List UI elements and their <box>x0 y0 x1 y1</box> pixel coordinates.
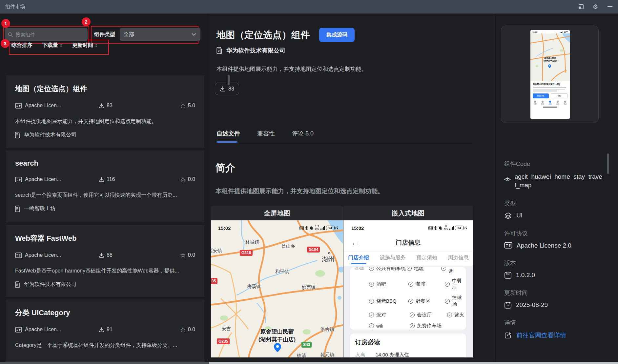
license-icon <box>504 242 512 249</box>
version-value: 1.0.2.0 <box>516 272 535 279</box>
details-label: 详情 <box>504 319 608 327</box>
component-type-label: 组件类型 <box>94 31 115 38</box>
check-icon <box>408 299 413 304</box>
layout-panel-icon[interactable] <box>578 4 584 10</box>
calendar-icon <box>504 301 512 309</box>
integrate-source-button[interactable]: 集成源码 <box>319 28 355 42</box>
download-count-badge: 83 <box>215 83 239 95</box>
license-icon <box>15 103 22 109</box>
download-icon <box>99 177 104 182</box>
detail-downloads: 83 <box>228 86 234 92</box>
map-label: 吕山乡 <box>281 243 295 249</box>
phone-status-bar: 15:02 1.2 K/s 84 <box>218 224 339 232</box>
column-header-embedded-map: 嵌入式地图 <box>343 206 473 220</box>
card-publisher: 华为软件技术有限公司 <box>24 131 76 138</box>
map-label: 和平镇 <box>275 269 289 275</box>
component-type-select[interactable]: 全部 <box>120 28 200 41</box>
title-bar: 组件市场 <box>0 0 618 14</box>
scrollbar-thumb[interactable] <box>228 75 230 85</box>
check-icon <box>408 282 413 287</box>
tab-divider <box>216 142 472 142</box>
official-site-link[interactable]: 前往官网查看详情 <box>504 331 608 340</box>
list-item-uicategory[interactable]: 分类 UICategory Apache Licen... 91 0.0 Cat… <box>6 299 204 364</box>
license-value: Apache License 2.0 <box>517 242 571 249</box>
check-icon <box>410 323 415 328</box>
card-license: Apache Licen... <box>25 176 61 182</box>
download-icon <box>99 253 104 258</box>
card-title: search <box>15 159 195 168</box>
license-icon <box>15 327 22 333</box>
star-icon <box>180 102 186 110</box>
bluetooth-icon <box>434 226 437 230</box>
tab-comments[interactable]: 评论 5.0 <box>292 130 314 137</box>
window-bottom-edge-right <box>209 362 618 364</box>
type-value: UI <box>516 212 523 219</box>
code-value: agcit_huawei_home_stay_travel_map <box>515 172 603 190</box>
phone-preview-image: 15:02 原舍望山民宿(湖州莫干山店) <box>530 30 570 119</box>
charging-icon <box>465 226 467 230</box>
card-publisher: 一鸣智联工坊 <box>24 205 55 212</box>
status-time: 15:02 <box>351 225 364 231</box>
detail-publisher: 华为软件技术有限公司 <box>226 47 285 54</box>
map-label: 妙西镇 <box>302 285 316 291</box>
map-label: 湖州 <box>322 255 334 264</box>
tab-compatibility[interactable]: 兼容性 <box>257 130 275 137</box>
license-label: 许可协议 <box>504 230 608 237</box>
nfc-icon <box>299 226 304 230</box>
detail-panel: 地图（定位选点）组件 集成源码 华为软件技术有限公司 本组件提供地图展示能力，并… <box>209 14 495 364</box>
gear-icon[interactable] <box>592 4 598 10</box>
publisher-icon <box>216 47 223 54</box>
check-icon <box>369 282 374 287</box>
card-description: search是一个搜索页面组件，使用它可以很快速的实现一个带有历史... <box>15 192 195 199</box>
list-item-fastweb[interactable]: Web容器 FastWeb Apache Licen... 88 0.0 Fas… <box>6 225 204 297</box>
search-box[interactable] <box>5 28 88 41</box>
list-item-map-component[interactable]: 地图（定位选点）组件 Apache Licen... 83 5.0 本组件提供地… <box>6 75 204 148</box>
check-icon <box>445 299 450 304</box>
card-title: 分类 UICategory <box>15 308 195 318</box>
embedded-map-image: 15:02 0 B/s 84 ← 门店信息 <box>343 220 473 357</box>
download-icon <box>99 327 104 333</box>
license-icon <box>15 253 22 258</box>
map-label: 德清 <box>297 353 306 357</box>
window-bottom-edge-left <box>0 362 209 364</box>
intro-text: 本组件提供地图展示能力，并支持地图定位和选点定制功能。 <box>216 187 384 195</box>
sort-updated[interactable]: 更新时间 <box>72 42 97 49</box>
layers-icon <box>504 212 512 220</box>
card-rating: 0.0 <box>188 252 195 258</box>
store-tab-nearby: 周边信息 <box>448 254 469 261</box>
updated-value: 2025-08-29 <box>516 301 548 309</box>
card-downloads: 88 <box>107 252 113 258</box>
store-tab-booking-notes: 预定须知 <box>416 254 437 261</box>
card-description: 本组件提供地图展示能力，并支持地图定位和选点定制功能。 <box>15 118 195 125</box>
type-label: 类型 <box>504 199 608 207</box>
external-link-icon <box>504 331 512 339</box>
tab-readme[interactable]: 自述文件 <box>216 130 240 137</box>
sort-downloads[interactable]: 下载量 <box>42 42 62 49</box>
window-title: 组件市场 <box>5 4 25 10</box>
component-list: 地图（定位选点）组件 Apache Licen... 83 5.0 本组件提供地… <box>0 75 209 364</box>
component-type-value: 全部 <box>124 31 134 38</box>
battery-icon: 84 <box>326 226 335 230</box>
star-icon <box>180 326 186 334</box>
card-rating: 5.0 <box>188 103 195 109</box>
list-item-search[interactable]: search Apache Licen... 116 0.0 search是一个… <box>6 151 204 222</box>
column-header-fullscreen-map: 全屏地图 <box>211 206 343 220</box>
minimize-icon[interactable] <box>607 4 613 10</box>
road-badge-g104: G104 <box>307 247 320 253</box>
publisher-icon <box>15 206 21 212</box>
sort-comprehensive[interactable]: 综合排序 <box>11 42 32 49</box>
version-icon <box>504 272 512 279</box>
search-icon <box>8 32 13 37</box>
card-rating: 0.0 <box>188 327 195 333</box>
search-input[interactable] <box>15 32 81 37</box>
card-license: Apache Licen... <box>25 252 61 258</box>
component-list-panel: 1 2 3 组件类型 全部 综合排序 下载量 更新时间 地图（定位选点）组件 A <box>0 14 209 364</box>
star-icon <box>180 251 186 259</box>
booking-card: 订房必读 入离 14:00 办理入住 <box>350 334 466 357</box>
detail-description: 本组件提供地图展示能力，并支持地图定位和选点定制功能。 <box>216 65 367 73</box>
readme-table: 全屏地图 嵌入式地图 <box>211 206 473 357</box>
version-label: 版本 <box>504 259 608 267</box>
metadata-sidebar: 15:02 原舍望山民宿(湖州莫干山店) <box>495 14 618 364</box>
sort-arrows-icon <box>95 44 97 48</box>
card-description: Category是一个基于系统基础组件开发的分类组件，支持单级分类、... <box>15 342 195 349</box>
